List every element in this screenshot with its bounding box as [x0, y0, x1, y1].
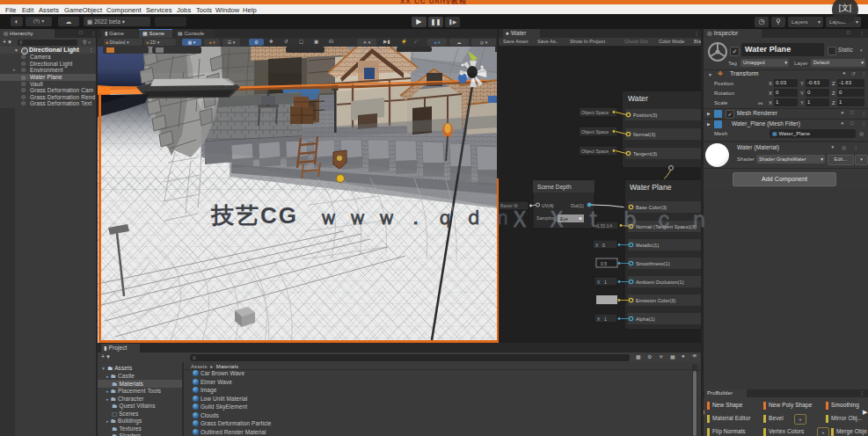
svg-text:Smoothness(1): Smoothness(1) [636, 261, 670, 266]
svg-text:1: 1 [604, 316, 607, 322]
svg-text:Object Space: Object Space [581, 129, 609, 134]
svg-text:Normal(3): Normal(3) [633, 132, 655, 137]
svg-text:Water: Water [628, 94, 648, 103]
svg-text:X: X [595, 243, 599, 248]
svg-text:0: 0 [602, 243, 605, 248]
svg-text:Position(3): Position(3) [633, 113, 657, 118]
svg-text:1: 1 [604, 280, 607, 285]
svg-text:Object Space: Object Space [581, 110, 609, 115]
svg-text:Tangent(3): Tangent(3) [633, 151, 657, 156]
svg-text:Water Plane: Water Plane [630, 183, 672, 192]
svg-text:Metallic(1): Metallic(1) [636, 243, 660, 248]
svg-text:Ambient Occlusion(1): Ambient Occlusion(1) [636, 280, 684, 285]
svg-text:0.5: 0.5 [601, 261, 607, 266]
svg-text:X: X [597, 316, 601, 322]
svg-text:Emission Color(3): Emission Color(3) [636, 298, 675, 303]
svg-text:Alpha(1): Alpha(1) [636, 316, 655, 322]
svg-text:Scene Depth: Scene Depth [537, 184, 572, 191]
svg-text:X: X [597, 280, 601, 285]
svg-text:Object Space: Object Space [581, 149, 609, 154]
